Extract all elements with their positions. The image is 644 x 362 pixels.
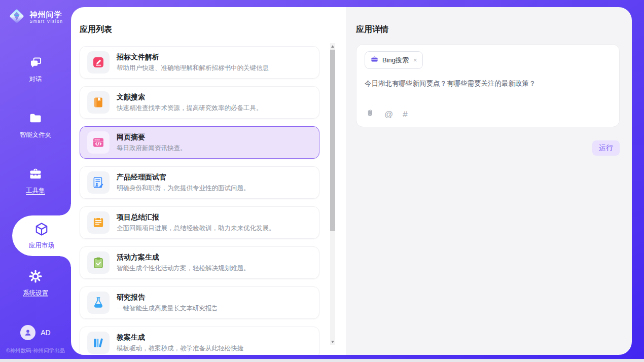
app-card[interactable]: 招标文件解析帮助用户快速、准确地理解和解析招标书中的关键信息 — [80, 46, 319, 79]
app-card-title: 招标文件解析 — [117, 53, 269, 62]
app-detail-panel: 应用详情 Bing搜索 × 今日湖北有哪些新闻要点？有哪些需要关注的最新政策？ — [346, 7, 632, 355]
scrollbar[interactable] — [330, 43, 335, 345]
app-card-desc: 模板驱动，教案秒成，教学准备从此轻松快捷 — [117, 344, 243, 353]
sidebar-item-label: 应用市场 — [29, 241, 54, 250]
interviewer-icon — [87, 171, 110, 194]
sidebar-item-active[interactable]: 应用市场 — [12, 215, 71, 256]
app-card-title: 项目总结汇报 — [117, 213, 275, 222]
app-card-title: 活动方案生成 — [117, 253, 250, 262]
app-card-desc: 帮助用户快速、准确地理解和解析招标书中的关键信息 — [117, 64, 269, 73]
report-note-icon — [87, 211, 110, 234]
app-card-title: 网页摘要 — [117, 133, 187, 142]
app-card-desc: 每日政府新闻资讯快查。 — [117, 144, 187, 153]
paperclip-icon[interactable] — [365, 108, 375, 120]
app-card-desc: 快速精准查找学术资源，提高研究效率的必备工具。 — [117, 104, 263, 113]
app-card[interactable]: 教案生成模板驱动，教案秒成，教学准备从此轻松快捷 — [80, 327, 319, 355]
tool-chip-bing[interactable]: Bing搜索 × — [365, 51, 423, 69]
app-card-title: 研究报告 — [117, 293, 218, 302]
sidebar-item[interactable]: 对话 — [29, 56, 43, 84]
app-card-desc: 一键智能生成高质量长文本研究报告 — [117, 304, 218, 313]
sidebar-item-label: 系统设置 — [23, 289, 48, 298]
clipboard-check-icon — [87, 251, 110, 274]
book-icon — [87, 91, 110, 114]
logo-diamond-icon — [8, 7, 26, 27]
cube-icon — [34, 222, 49, 239]
app-window: 神州问学 Smart Vision 对话智能文件夹工具集应用市场系统设置 AD … — [0, 0, 644, 359]
scroll-up-arrow[interactable] — [330, 43, 335, 49]
app-card-desc: 明确身份和职责，为您提供专业性的面试问题。 — [117, 184, 250, 193]
app-card-desc: 智能生成个性化活动方案，轻松解决规划难题。 — [117, 264, 250, 273]
input-tools-row: @ # — [365, 108, 408, 120]
webpage-code-icon — [87, 131, 110, 154]
sidebar-item[interactable]: 系统设置 — [23, 269, 48, 298]
toolbox-icon — [28, 167, 43, 183]
app-list-title: 应用列表 — [80, 24, 346, 35]
app-card[interactable]: 活动方案生成智能生成个性化活动方案，轻松解决规划难题。 — [80, 246, 319, 279]
app-card[interactable]: 产品经理面试官明确身份和职责，为您提供专业性的面试问题。 — [80, 166, 319, 199]
sidebar: 神州问学 Smart Vision 对话智能文件夹工具集应用市场系统设置 AD … — [0, 0, 71, 359]
sidebar-item-label: 智能文件夹 — [20, 131, 52, 139]
app-card[interactable]: 文献搜索快速精准查找学术资源，提高研究效率的必备工具。 — [80, 86, 319, 119]
folder-icon — [28, 111, 43, 127]
edit-document-icon — [87, 51, 110, 74]
app-card[interactable]: 项目总结汇报全面回顾项目进展，总结经验教训，助力未来优化发展。 — [80, 206, 319, 239]
app-list-panel: 应用列表 招标文件解析帮助用户快速、准确地理解和解析招标书中的关键信息文献搜索快… — [71, 7, 346, 355]
user-row[interactable]: AD — [20, 325, 50, 340]
tool-chip-label: Bing搜索 — [382, 56, 409, 65]
sidebar-item[interactable]: 工具集 — [26, 167, 45, 195]
hash-icon[interactable]: # — [403, 110, 407, 120]
app-card-title: 文献搜索 — [117, 93, 263, 102]
flask-icon — [87, 292, 110, 314]
app-subtitle: Smart Vision — [29, 19, 63, 24]
logo: 神州问学 Smart Vision — [8, 7, 63, 27]
run-button[interactable]: 运行 — [592, 140, 620, 156]
app-card-title: 教案生成 — [117, 333, 243, 342]
app-card-desc: 全面回顾项目进展，总结经验教训，助力未来优化发展。 — [117, 224, 275, 233]
question-input[interactable]: 今日湖北有哪些新闻要点？有哪些需要关注的最新政策？ — [365, 79, 611, 88]
sidebar-item-label: 工具集 — [26, 187, 45, 195]
copyright-footer: ©神州数码·神州问学出品 — [6, 347, 65, 354]
user-name: AD — [41, 329, 50, 337]
app-list: 招标文件解析帮助用户快速、准确地理解和解析招标书中的关键信息文献搜索快速精准查找… — [80, 46, 346, 355]
close-icon[interactable]: × — [413, 57, 417, 63]
books-icon — [87, 332, 110, 354]
scrollbar-thumb[interactable] — [330, 50, 335, 231]
app-detail-title: 应用详情 — [356, 24, 620, 35]
avatar[interactable] — [20, 325, 35, 340]
app-title: 神州问学 — [29, 10, 63, 19]
gear-icon — [28, 269, 43, 285]
sidebar-item-label: 对话 — [29, 75, 42, 84]
app-card-title: 产品经理面试官 — [117, 173, 250, 182]
briefcase-icon — [370, 55, 379, 65]
sidebar-nav: 对话智能文件夹工具集应用市场系统设置 — [0, 56, 71, 325]
app-card[interactable]: 研究报告一键智能生成高质量长文本研究报告 — [80, 286, 319, 319]
content-area: 应用列表 招标文件解析帮助用户快速、准确地理解和解析招标书中的关键信息文献搜索快… — [71, 7, 632, 355]
window-bottom-edge — [0, 359, 644, 362]
chat-icon — [29, 56, 43, 71]
at-icon[interactable]: @ — [384, 110, 393, 120]
detail-card: Bing搜索 × 今日湖北有哪些新闻要点？有哪些需要关注的最新政策？ @ # — [356, 44, 620, 127]
app-card[interactable]: 网页摘要每日政府新闻资讯快查。 — [80, 126, 319, 159]
scroll-down-arrow[interactable] — [330, 339, 335, 345]
sidebar-item[interactable]: 智能文件夹 — [20, 111, 52, 139]
